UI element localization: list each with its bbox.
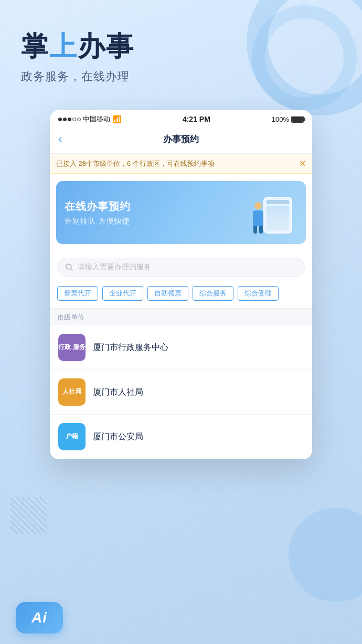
signal-dots xyxy=(58,118,81,121)
list-item-0[interactable]: 行政 服务 厦门市行政服务中心 xyxy=(50,325,312,370)
list-item-1[interactable]: 人社局 厦门市人社局 xyxy=(50,370,312,415)
banner-subtitle: 告别排队 方便快捷 xyxy=(65,217,131,226)
hero-section: 掌上办事 政务服务，在线办理 xyxy=(0,0,362,95)
svg-line-1 xyxy=(71,269,72,270)
bottom-area: Ai xyxy=(0,581,362,644)
signal-dot-5 xyxy=(77,118,81,121)
hero-title-highlight: 上 xyxy=(49,31,78,61)
tag-1[interactable]: 企业代开 xyxy=(102,286,143,301)
carrier-label: 中国移动 xyxy=(83,114,110,124)
phone-mockup: 中国移动 📶 4:21 PM 100% ‹ 办事预约 已接入 28个市级单位，6… xyxy=(50,110,312,459)
page-title: 办事预约 xyxy=(163,133,199,145)
hero-subtitle: 政务服务，在线办理 xyxy=(21,69,341,85)
search-box[interactable]: 请输入需要办理的服务 xyxy=(57,258,305,277)
list-icon-0: 行政 服务 xyxy=(58,334,86,361)
wifi-icon: 📶 xyxy=(112,115,121,123)
signal-dot-1 xyxy=(58,118,62,121)
nav-bar: ‹ 办事预约 xyxy=(50,127,312,154)
status-bar: 中国移动 📶 4:21 PM 100% xyxy=(50,110,312,127)
status-time: 4:21 PM xyxy=(183,115,210,123)
status-right: 100% xyxy=(272,115,304,123)
person-leg-left xyxy=(253,226,257,234)
hero-title-part2: 办事 xyxy=(78,31,134,61)
banner-text: 在线办事预约 告别排队 方便快捷 xyxy=(65,199,131,226)
signal-dot-3 xyxy=(68,118,71,121)
phone-illustration xyxy=(263,197,292,234)
list-icon-2: 户籍 xyxy=(58,423,86,450)
list-area: 行政 服务 厦门市行政服务中心 人社局 厦门市人社局 户籍 厦门市公安局 xyxy=(50,325,312,459)
ai-badge[interactable]: Ai xyxy=(16,602,63,634)
status-left: 中国移动 📶 xyxy=(58,114,121,124)
search-placeholder: 请输入需要办理的服务 xyxy=(78,262,297,272)
section-divider: 市级单位 xyxy=(50,308,312,325)
signal-dot-4 xyxy=(72,118,76,121)
back-button[interactable]: ‹ xyxy=(58,131,66,147)
battery-fill xyxy=(292,117,303,122)
person-leg-right xyxy=(259,226,263,234)
search-icon xyxy=(65,263,73,271)
list-icon-1: 人社局 xyxy=(58,378,86,406)
hero-title-part1: 掌 xyxy=(21,31,49,61)
tag-4[interactable]: 综合受理 xyxy=(238,286,279,301)
promo-banner: 在线办事预约 告别排队 方便快捷 xyxy=(56,181,306,244)
list-label-1: 厦门市人社局 xyxy=(93,387,143,398)
signal-dot-2 xyxy=(63,118,67,121)
list-label-0: 厦门市行政服务中心 xyxy=(93,342,168,353)
hero-title: 掌上办事 xyxy=(21,31,341,61)
notification-banner: 已接入 28个市级单位，6 个行政区，可在线预约事项 ✕ xyxy=(50,154,312,174)
notification-text: 已接入 28个市级单位，6 个行政区，可在线预约事项 xyxy=(56,159,295,168)
ai-label: Ai xyxy=(31,609,47,626)
section-title: 市级单位 xyxy=(57,313,84,321)
battery-icon xyxy=(291,116,304,123)
person-body xyxy=(253,210,263,226)
notification-close-button[interactable]: ✕ xyxy=(299,159,306,168)
battery-percent: 100% xyxy=(272,115,289,123)
tag-2[interactable]: 自助领票 xyxy=(147,286,188,301)
tag-0[interactable]: 普票代开 xyxy=(57,286,98,301)
banner-illustration xyxy=(245,192,297,234)
list-item-2[interactable]: 户籍 厦门市公安局 xyxy=(50,415,312,459)
list-label-2: 厦门市公安局 xyxy=(93,431,143,442)
person-head xyxy=(254,202,262,209)
search-area: 请输入需要办理的服务 xyxy=(50,251,312,281)
tag-3[interactable]: 综合服务 xyxy=(193,286,233,301)
bg-decoration-stripes xyxy=(10,497,52,539)
tags-area: 普票代开 企业代开 自助领票 综合服务 综合受理 xyxy=(50,281,312,308)
banner-title: 在线办事预约 xyxy=(65,199,131,214)
